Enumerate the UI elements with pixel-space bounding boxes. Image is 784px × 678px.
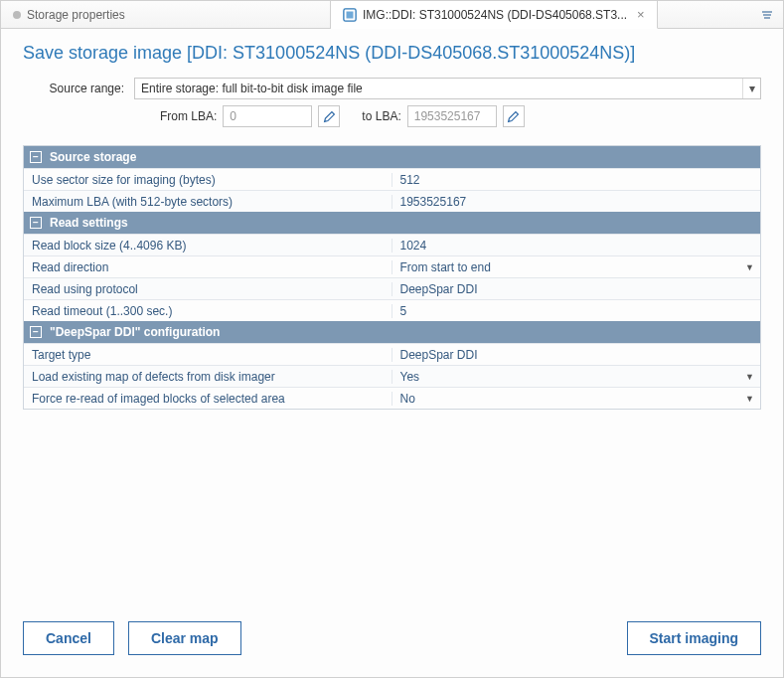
tab-menu-icon[interactable] — [751, 1, 783, 28]
row-sector-size[interactable]: Use sector size for imaging (bytes)512 — [24, 168, 760, 190]
section-source-storage: − Source storage — [24, 146, 760, 168]
collapse-icon[interactable]: − — [30, 217, 42, 229]
tab-bar: Storage properties IMG::DDI: ST31000524N… — [1, 1, 783, 29]
row-read-protocol[interactable]: Read using protocolDeepSpar DDI — [24, 277, 760, 299]
row-block-size[interactable]: Read block size (4..4096 KB)1024 — [24, 234, 760, 255]
disk-image-icon — [343, 8, 357, 22]
tab-image-active[interactable]: IMG::DDI: ST31000524NS (DDI-DS405068.ST3… — [331, 1, 658, 29]
tab-label: Storage properties — [27, 8, 125, 22]
chevron-down-icon: ▼ — [745, 262, 754, 272]
lba-row: From LBA: to LBA: — [23, 105, 761, 127]
source-range-value: Entire storage: full bit-to-bit disk ima… — [141, 82, 363, 95]
row-load-map[interactable]: Load existing map of defects from disk i… — [24, 365, 760, 387]
clear-map-button[interactable]: Clear map — [128, 621, 241, 655]
section-ddi-config: − "DeepSpar DDI" configuration — [24, 321, 760, 343]
tab-status-icon — [13, 11, 21, 19]
to-lba-input[interactable] — [407, 105, 497, 127]
tab-label: IMG::DDI: ST31000524NS (DDI-DS405068.ST3… — [363, 8, 627, 22]
to-lba-label: to LBA: — [362, 109, 400, 123]
start-imaging-button[interactable]: Start imaging — [627, 621, 761, 655]
svg-rect-1 — [347, 11, 354, 18]
edit-to-lba-button[interactable] — [503, 105, 525, 127]
section-title: "DeepSpar DDI" configuration — [50, 325, 220, 339]
section-title: Source storage — [50, 150, 136, 164]
collapse-icon[interactable]: − — [30, 151, 42, 163]
pencil-icon — [323, 110, 336, 123]
row-target-type[interactable]: Target typeDeepSpar DDI — [24, 343, 760, 365]
section-title: Read settings — [50, 216, 128, 230]
row-max-lba[interactable]: Maximum LBA (with 512-byte sectors)19535… — [24, 190, 760, 212]
page-title: Save storage image [DDI: ST31000524NS (D… — [23, 43, 761, 64]
row-read-direction[interactable]: Read directionFrom start to end▼ — [24, 255, 760, 277]
cancel-button[interactable]: Cancel — [23, 621, 114, 655]
from-lba-input[interactable] — [223, 105, 312, 127]
main-content: Save storage image [DDI: ST31000524NS (D… — [1, 29, 783, 410]
pencil-icon — [507, 110, 520, 123]
collapse-icon[interactable]: − — [30, 326, 42, 338]
source-range-row: Source range: Entire storage: full bit-t… — [23, 78, 761, 99]
row-force-reread[interactable]: Force re-read of imaged blocks of select… — [24, 387, 760, 409]
settings-grid: − Source storage Use sector size for ima… — [23, 145, 761, 410]
footer-buttons: Cancel Clear map Start imaging — [1, 603, 783, 677]
row-read-timeout[interactable]: Read timeout (1..300 sec.)5 — [24, 299, 760, 321]
source-range-select[interactable]: Entire storage: full bit-to-bit disk ima… — [134, 78, 761, 99]
source-range-label: Source range: — [23, 82, 134, 95]
chevron-down-icon: ▼ — [745, 394, 754, 404]
chevron-down-icon: ▼ — [745, 372, 754, 382]
tab-storage-properties[interactable]: Storage properties — [1, 1, 331, 28]
chevron-down-icon: ▾ — [742, 79, 760, 98]
section-read-settings: − Read settings — [24, 212, 760, 234]
close-icon[interactable]: × — [637, 7, 645, 22]
edit-from-lba-button[interactable] — [318, 105, 340, 127]
from-lba-label: From LBA: — [160, 109, 217, 123]
